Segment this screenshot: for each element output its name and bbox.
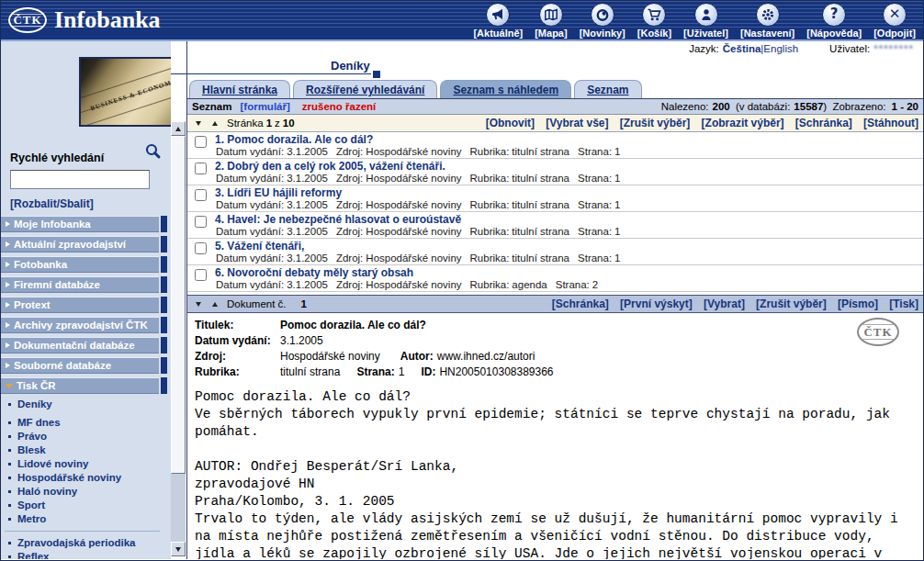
item-title-link[interactable]: 4. Havel: Je nebezpečné hlasovat o euroú… xyxy=(215,214,923,226)
arrow-right-icon xyxy=(6,322,10,328)
title-rule xyxy=(171,73,371,74)
field-label: Autor: xyxy=(400,349,434,365)
item-meta: Datum vydání:3.1.2005Zdroj:Hospodářské n… xyxy=(215,226,923,238)
document-actions: [Schránka] [První výskyt] [Vybrat] [Zruš… xyxy=(544,297,918,310)
sidebar-link-zpravodajska-periodika[interactable]: Zpravodajská periodika xyxy=(1,536,171,550)
refresh-link[interactable]: [Obnovit] xyxy=(486,117,535,129)
item-checkbox[interactable] xyxy=(195,216,207,228)
nav-uzivatel-button[interactable]: [Uživatel] xyxy=(683,3,728,39)
sidebar-item-dokumentacni-databaze[interactable]: Dokumentační databáze xyxy=(1,337,167,353)
sidebar-link-pravo[interactable]: Právo xyxy=(1,430,171,443)
item-meta: Datum vydání:3.1.2005Zdroj:Hospodářské n… xyxy=(215,199,923,211)
document-number: 1 xyxy=(301,298,307,309)
scroll-down-button[interactable] xyxy=(171,542,186,556)
sidebar-item-moje-infobanka[interactable]: Moje Infobanka xyxy=(1,216,167,232)
download-link[interactable]: [Stáhnout] xyxy=(863,117,918,129)
nav-nastaveni-button[interactable]: [Nastavení] xyxy=(740,3,794,39)
collapse-list-icon[interactable] xyxy=(196,121,201,126)
field-label: Datum vydání: xyxy=(195,333,280,349)
sidebar-link-hospodarske-noviny[interactable]: Hospodářské noviny xyxy=(1,471,171,485)
show-selection-link[interactable]: [Zobrazit výběr] xyxy=(702,117,784,129)
page-label: Stránka xyxy=(227,118,264,129)
sidebar-item-protext[interactable]: Protext xyxy=(1,297,167,313)
brand-logo[interactable]: ČTK Infobanka xyxy=(8,6,161,34)
sidebar-item-souborne-databaze[interactable]: Souborné databáze xyxy=(1,357,167,374)
doc-clipboard-link[interactable]: [Schránka] xyxy=(552,297,609,310)
nav-kosik-button[interactable]: [Košík] xyxy=(637,3,671,39)
user-value: ******** xyxy=(873,43,914,54)
nav-mapa-button[interactable]: [Mapa] xyxy=(535,3,567,39)
scroll-up-button[interactable] xyxy=(171,121,186,136)
main-panel: Jazyk: Čeština | English Uživatel: *****… xyxy=(186,41,923,559)
sidebar-item-fotobanka[interactable]: Fotobanka xyxy=(1,256,167,273)
help-glyph: ? xyxy=(830,7,839,21)
language-english-link[interactable]: English xyxy=(763,43,798,54)
nav-label: [Nastavení] xyxy=(740,28,794,39)
nav-aktualne-button[interactable]: [Aktuálně] xyxy=(473,3,523,39)
sidebar-item-label: Tisk ČR xyxy=(17,380,56,391)
item-title-link[interactable]: 1. Pomoc dorazila. Ale co dál? xyxy=(215,134,923,146)
disconnect-icon: ✕ xyxy=(883,3,907,27)
language-czech-link[interactable]: Čeština xyxy=(723,43,761,54)
arrow-up-icon xyxy=(175,127,181,131)
vertical-scrollbar[interactable] xyxy=(171,121,186,556)
item-title-link[interactable]: 5. Vážení čtenáři, xyxy=(215,241,923,252)
item-title-link[interactable]: 3. Lídři EU hájili reformy xyxy=(215,187,923,199)
sidebar-item-aktualni-zpravodajstvi[interactable]: Aktuální zpravodajství xyxy=(1,236,167,252)
select-link[interactable]: [Vybrat] xyxy=(704,297,745,310)
page-number: 1 xyxy=(266,118,272,129)
arrow-right-icon xyxy=(6,241,10,247)
tab-seznam-s-nahledem[interactable]: Seznam s náhledem xyxy=(440,80,571,98)
item-checkbox[interactable] xyxy=(195,163,207,174)
sidebar-link-metro[interactable]: Metro xyxy=(1,512,171,526)
arrow-right-icon xyxy=(6,262,10,267)
sidebar-link-deniky[interactable]: Deníky xyxy=(1,398,171,411)
print-link[interactable]: [Tisk] xyxy=(889,297,918,310)
doc-id: HN2005010308389366 xyxy=(439,365,553,380)
nav-napoveda-button[interactable]: ? [Nápověda] xyxy=(806,3,862,39)
search-input[interactable] xyxy=(10,170,150,189)
tab-seznam[interactable]: Seznam xyxy=(574,80,641,98)
clear-selection-link[interactable]: [Zrušit výběr] xyxy=(620,117,691,129)
font-link[interactable]: [Písmo] xyxy=(838,297,878,310)
select-all-link[interactable]: [Vybrat vše] xyxy=(546,117,608,129)
results-summary: Nalezeno:200 (v databázi:15587) Zobrazen… xyxy=(659,101,918,112)
nav-label: [Odpojit] xyxy=(873,28,916,39)
infobanka-window: ČTK Infobanka [Aktuálně] [Mapa] [Novin xyxy=(0,0,924,561)
item-checkbox[interactable] xyxy=(195,269,207,281)
sidebar-item-label: Archivy zpravodajství ČTK xyxy=(14,320,148,331)
deselect-link[interactable]: [Zrušit výběr] xyxy=(756,297,827,310)
item-title-link[interactable]: 2. Dobrý den a celý rok 2005, vážení čte… xyxy=(215,161,923,173)
nav-label: [Novinky] xyxy=(580,28,625,39)
scrollbar-thumb[interactable] xyxy=(171,136,186,474)
sidebar-link-lidove-noviny[interactable]: Lidové noviny xyxy=(1,457,171,471)
collapse-document-icon[interactable] xyxy=(196,302,201,307)
sidebar-link-halo-noviny[interactable]: Haló noviny xyxy=(1,485,171,499)
nav-novinky-button[interactable]: [Novinky] xyxy=(580,3,625,39)
sidebar-item-firemni-databaze[interactable]: Firemní databáze xyxy=(1,276,167,293)
item-checkbox[interactable] xyxy=(195,189,207,201)
expand-list-icon[interactable] xyxy=(212,121,218,126)
expand-collapse-link[interactable]: [Rozbalit/Sbalit] xyxy=(10,197,162,210)
arrow-down-icon xyxy=(6,384,13,388)
tab-rozsirene-vyhledavani[interactable]: Rozšířené vyhledávání xyxy=(293,80,437,98)
form-link[interactable]: [formulář] xyxy=(240,101,289,112)
nav-odpojit-button[interactable]: ✕ [Odpojit] xyxy=(873,3,916,39)
item-checkbox[interactable] xyxy=(195,136,207,148)
first-occurrence-link[interactable]: [První výskyt] xyxy=(620,297,693,310)
sidebar-item-tisk-cr[interactable]: Tisk ČR xyxy=(1,377,167,394)
clipboard-link[interactable]: [Schránka] xyxy=(795,117,852,129)
expand-document-icon[interactable] xyxy=(212,302,218,307)
item-checkbox[interactable] xyxy=(195,242,207,254)
search-icon[interactable] xyxy=(143,142,162,164)
sidebar-link-mf-dnes[interactable]: MF dnes xyxy=(1,416,171,430)
language-user-row: Jazyk: Čeština | English Uživatel: *****… xyxy=(187,41,923,56)
user-label: Uživatel: xyxy=(829,43,870,54)
sidebar-link-blesk[interactable]: Blesk xyxy=(1,443,171,457)
quick-search-row: Rychlé vyhledání xyxy=(10,142,162,164)
sidebar-item-archivy-zpravodajstvi[interactable]: Archivy zpravodajství ČTK xyxy=(1,317,167,333)
item-title-link[interactable]: 6. Novoroční debaty měly starý obsah xyxy=(215,267,923,279)
sidebar-link-reflex[interactable]: Reflex xyxy=(1,550,171,559)
tab-hlavni-stranka[interactable]: Hlavní stránka xyxy=(189,80,290,98)
sidebar-link-sport[interactable]: Sport xyxy=(1,499,171,512)
